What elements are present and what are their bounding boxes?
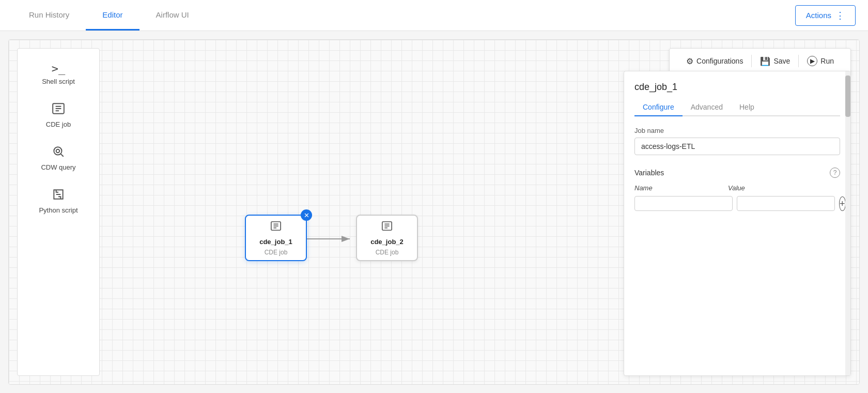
- palette-item-python-script[interactable]: Python script: [22, 182, 95, 220]
- vars-name-col: Name: [634, 184, 722, 192]
- var-value-input[interactable]: [737, 196, 835, 211]
- variables-title: Variables: [634, 169, 664, 177]
- cde-job-icon: [52, 102, 65, 117]
- var-add-button[interactable]: +: [839, 196, 846, 211]
- gear-icon: ⚙: [686, 56, 693, 66]
- tab-configure[interactable]: Configure: [634, 99, 683, 116]
- scrollbar[interactable]: [845, 71, 850, 375]
- node-2-icon: [381, 220, 393, 235]
- run-label: Run: [820, 57, 834, 65]
- save-button[interactable]: 💾 Save: [752, 53, 798, 69]
- node-1-name: cde_job_1: [259, 238, 292, 246]
- job-name-input[interactable]: [634, 138, 840, 155]
- top-nav: Run History Editor Airflow UI Actions ⋮: [0, 0, 868, 31]
- palette: >_ Shell script CDE job: [17, 48, 100, 376]
- run-icon: ▶: [807, 56, 817, 66]
- shell-script-label: Shell script: [42, 78, 75, 85]
- nav-tabs: Run History Editor Airflow UI: [12, 0, 206, 31]
- variables-help-icon[interactable]: ?: [830, 168, 840, 178]
- main-area: ⚙ Configurations 💾 Save ▶ Run >_ Shell s…: [0, 31, 868, 393]
- scrollbar-thumb[interactable]: [845, 75, 850, 117]
- actions-button[interactable]: Actions ⋮: [795, 5, 856, 26]
- tab-airflow-ui[interactable]: Airflow UI: [140, 0, 206, 31]
- node-2-type: CDE job: [376, 249, 399, 256]
- variables-section: Variables ? Name Value +: [634, 168, 840, 211]
- actions-label: Actions: [806, 11, 831, 20]
- panel-title: cde_job_1: [634, 82, 840, 93]
- node-1-icon: [270, 220, 282, 235]
- configurations-button[interactable]: ⚙ Configurations: [678, 53, 751, 69]
- panel-body: Job name Variables ? Name Value: [624, 116, 850, 375]
- vars-value-col: Value: [728, 184, 815, 192]
- palette-item-cde-job[interactable]: CDE job: [22, 96, 95, 134]
- canvas-toolbar: ⚙ Configurations 💾 Save ▶ Run: [669, 48, 851, 74]
- python-script-icon: [52, 188, 65, 203]
- variables-header: Variables ?: [634, 168, 840, 178]
- vars-row: +: [634, 196, 840, 211]
- node-cde-job-2[interactable]: cde_job_2 CDE job: [356, 215, 418, 261]
- save-label: Save: [773, 57, 790, 65]
- python-script-label: Python script: [39, 206, 78, 214]
- job-name-label: Job name: [634, 127, 840, 134]
- node-1-type: CDE job: [265, 249, 288, 256]
- shell-script-icon: >_: [52, 63, 66, 74]
- vars-columns: Name Value: [634, 184, 840, 192]
- svg-point-4: [54, 147, 61, 155]
- right-panel: cde_job_1 Configure Advanced Help Job na…: [624, 71, 851, 376]
- actions-menu-icon: ⋮: [835, 10, 845, 21]
- run-button[interactable]: ▶ Run: [799, 53, 842, 69]
- tab-run-history[interactable]: Run History: [12, 0, 86, 31]
- node-2-name: cde_job_2: [370, 238, 404, 246]
- node-cde-job-1[interactable]: ✕ cde_job_1 CDE job: [245, 215, 307, 261]
- canvas-wrapper: ⚙ Configurations 💾 Save ▶ Run >_ Shell s…: [8, 39, 860, 385]
- cdw-query-label: CDW query: [41, 163, 75, 171]
- panel-tabs: Configure Advanced Help: [634, 99, 840, 116]
- tab-help[interactable]: Help: [731, 99, 763, 116]
- cdw-query-icon: [52, 145, 65, 160]
- node-1-close-button[interactable]: ✕: [301, 209, 312, 221]
- palette-item-shell-script[interactable]: >_ Shell script: [22, 57, 95, 92]
- svg-line-6: [60, 154, 63, 156]
- configurations-label: Configurations: [696, 57, 743, 65]
- palette-item-cdw-query[interactable]: CDW query: [22, 139, 95, 177]
- svg-point-5: [56, 149, 60, 153]
- panel-header: cde_job_1 Configure Advanced Help: [624, 71, 850, 116]
- tab-editor[interactable]: Editor: [86, 0, 139, 31]
- tab-advanced[interactable]: Advanced: [683, 99, 731, 116]
- save-icon: 💾: [760, 56, 770, 66]
- var-name-input[interactable]: [634, 196, 733, 211]
- cde-job-label: CDE job: [46, 120, 71, 128]
